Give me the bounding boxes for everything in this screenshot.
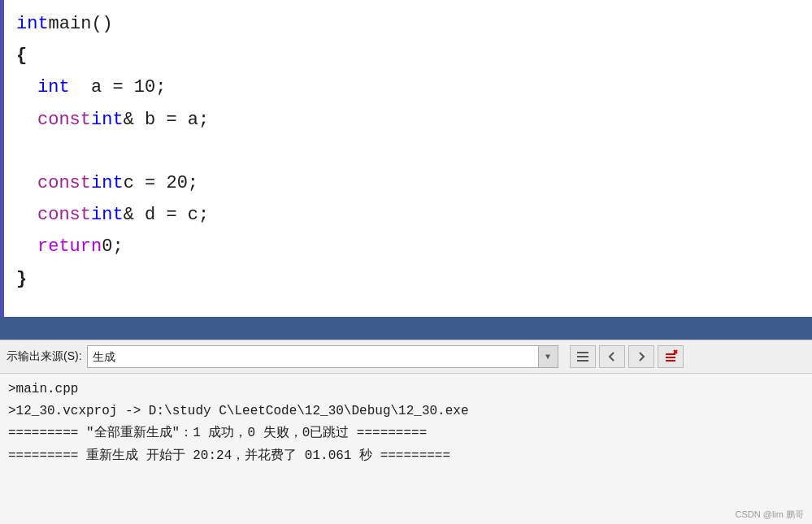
back-icon (606, 351, 618, 362)
code-text: 0; (102, 232, 123, 261)
toolbar-forward-btn[interactable] (628, 345, 654, 368)
code-text: & d = c; (124, 201, 210, 229)
keyword-int: int (16, 10, 49, 38)
keyword-int: int (91, 169, 124, 197)
dropdown-arrow-icon[interactable]: ▼ (539, 345, 558, 368)
code-line: const int& b = a; (0, 104, 812, 136)
toolbar-lines-btn[interactable] (570, 345, 596, 368)
keyword-const: const (37, 201, 91, 229)
keyword-const: const (37, 169, 91, 197)
code-line: const int c = 20; (0, 167, 812, 199)
code-line: int a = 10; (0, 71, 812, 103)
code-line: const int& d = c; (0, 199, 812, 231)
editor-left-border (0, 0, 4, 317)
toolbar-clear-btn[interactable] (658, 345, 684, 368)
divider-bar (0, 317, 812, 340)
code-text: main() (49, 10, 113, 38)
clear-icon (663, 349, 678, 364)
keyword-const: const (37, 106, 91, 134)
keyword-return: return (37, 232, 102, 261)
output-source-label: 示输出来源(S): (7, 349, 82, 364)
code-text: a = 10; (70, 73, 167, 102)
toolbar-buttons (570, 345, 684, 368)
output-container: >main.cpp >12_30.vcxproj -> D:\study C\L… (0, 374, 812, 524)
output-toolbar: 示输出来源(S): 生成 ▼ (0, 340, 812, 374)
keyword-int: int (91, 106, 124, 134)
watermark: CSDN @lim 鹏哥 (736, 509, 805, 521)
lines-icon (575, 349, 590, 364)
code-text: { (16, 41, 27, 70)
output-area: >main.cpp >12_30.vcxproj -> D:\study C\L… (0, 374, 812, 472)
dropdown-container[interactable]: 生成 ▼ (87, 345, 558, 368)
code-text: & b = a; (124, 106, 210, 134)
code-line-empty (0, 136, 812, 167)
code-line: return 0; (0, 231, 812, 262)
output-line-1: >main.cpp (8, 379, 804, 401)
code-line: int main() (0, 8, 812, 40)
keyword-int: int (37, 73, 70, 102)
code-line: { (0, 40, 812, 71)
code-text: c = 20; (124, 169, 198, 197)
output-line-4: ========= 重新生成 开始于 20:24，并花费了 01.061 秒 =… (8, 445, 804, 467)
forward-icon (636, 351, 647, 362)
output-source-select[interactable]: 生成 (87, 345, 539, 368)
output-line-2: >12_30.vcxproj -> D:\study C\LeetCode\12… (8, 401, 804, 422)
toolbar-back-btn[interactable] (599, 345, 625, 368)
keyword-int: int (91, 201, 124, 229)
code-text: } (16, 265, 27, 293)
code-line: } (0, 263, 812, 295)
output-line-3: ========= "全部重新生成"：1 成功，0 失败，0已跳过 ======… (8, 422, 804, 444)
code-editor[interactable]: int main() { int a = 10; const int& b = … (0, 0, 812, 317)
